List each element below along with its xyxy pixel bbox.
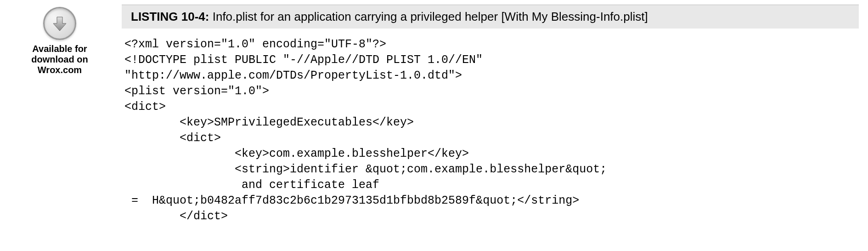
listing-number: LISTING 10-4:: [131, 10, 209, 23]
listing-title: Info.plist for an application carrying a…: [209, 10, 648, 23]
download-sidebar: Available for download on Wrox.com: [5, 5, 115, 224]
listing-header: LISTING 10-4: Info.plist for an applicat…: [122, 5, 859, 29]
main-content: LISTING 10-4: Info.plist for an applicat…: [115, 5, 859, 224]
download-line2: download on: [5, 54, 115, 65]
page-container: Available for download on Wrox.com LISTI…: [0, 0, 868, 224]
download-caption: Available for download on Wrox.com: [5, 44, 115, 75]
download-line3: Wrox.com: [5, 65, 115, 75]
download-line1: Available for: [5, 44, 115, 54]
code-listing: <?xml version="1.0" encoding="UTF-8"?> <…: [122, 37, 859, 224]
arrow-down-icon: [51, 14, 69, 33]
download-icon: [43, 7, 76, 40]
